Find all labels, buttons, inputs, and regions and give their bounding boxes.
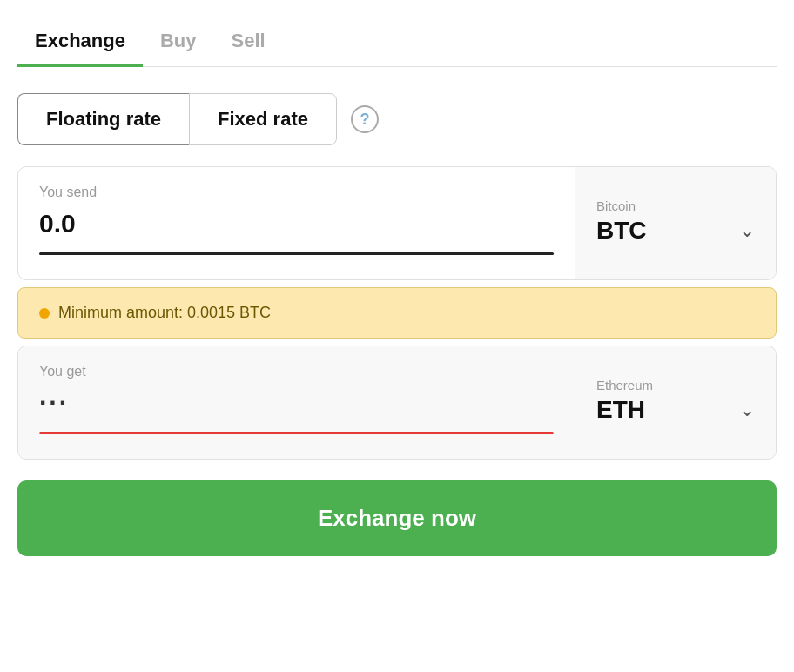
send-input-area[interactable]: You send 0.0: [18, 167, 575, 279]
get-chevron-icon: ⌄: [739, 399, 755, 421]
send-currency-code-row: BTC ⌄: [596, 217, 755, 245]
rate-toggle: Floating rate Fixed rate ?: [17, 93, 777, 145]
send-underline: [39, 252, 554, 255]
warning-bar: Minimum amount: 0.0015 BTC: [17, 287, 777, 339]
get-currency-name: Ethereum: [596, 378, 755, 393]
get-input-area[interactable]: You get ···: [18, 346, 575, 459]
tab-bar: Exchange Buy Sell: [17, 17, 777, 67]
exchange-now-button[interactable]: Exchange now: [17, 480, 777, 556]
get-underline: [39, 432, 554, 434]
tab-sell[interactable]: Sell: [214, 17, 283, 67]
send-value: 0.0: [39, 209, 554, 239]
app-container: Exchange Buy Sell Floating rate Fixed ra…: [17, 17, 777, 556]
get-currency-code-row: ETH ⌄: [596, 396, 755, 424]
get-currency-selector[interactable]: Ethereum ETH ⌄: [575, 346, 776, 459]
fixed-rate-button[interactable]: Fixed rate: [189, 93, 337, 145]
send-chevron-icon: ⌄: [739, 219, 755, 242]
get-currency-code: ETH: [596, 396, 645, 424]
warning-message: Minimum amount: 0.0015 BTC: [58, 304, 271, 322]
send-currency-selector[interactable]: Bitcoin BTC ⌄: [575, 167, 776, 279]
tab-buy[interactable]: Buy: [143, 17, 214, 67]
send-currency-name: Bitcoin: [596, 198, 755, 213]
warning-dot-icon: [39, 308, 50, 319]
tab-exchange[interactable]: Exchange: [17, 17, 143, 67]
get-panel: You get ··· Ethereum ETH ⌄: [17, 346, 777, 460]
send-currency-code: BTC: [596, 217, 647, 245]
send-panel: You send 0.0 Bitcoin BTC ⌄: [17, 166, 777, 280]
send-label: You send: [39, 185, 554, 200]
help-icon[interactable]: ?: [351, 105, 379, 133]
floating-rate-button[interactable]: Floating rate: [17, 93, 189, 145]
get-value: ···: [39, 388, 554, 418]
get-label: You get: [39, 364, 554, 380]
